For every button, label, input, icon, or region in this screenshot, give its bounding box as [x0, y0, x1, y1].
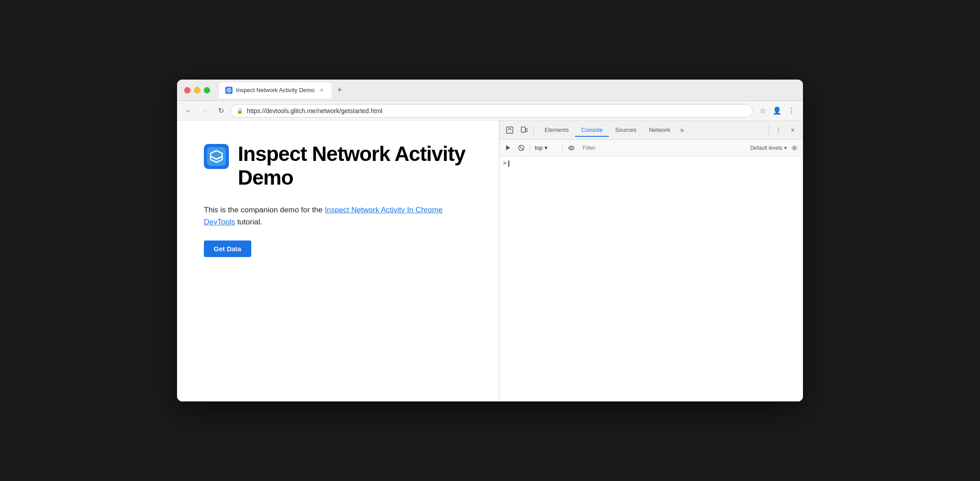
back-button[interactable]: ← [182, 105, 195, 117]
console-separator-1 [530, 144, 530, 152]
console-prompt[interactable]: > [503, 160, 799, 167]
devtools-tabs: Elements Console Sources Network » [536, 123, 766, 137]
tab-close-button[interactable]: × [318, 87, 325, 94]
svg-point-2 [228, 89, 230, 91]
console-clear-button[interactable] [515, 142, 527, 154]
svg-rect-3 [207, 147, 226, 166]
devtools-toolbar: Elements Console Sources Network » ⋮ [499, 121, 803, 139]
tab-bar: Inspect Network Activity Demo × + [219, 82, 796, 98]
tab-elements[interactable]: Elements [538, 124, 575, 137]
svg-marker-7 [506, 145, 510, 150]
console-toolbar: top ▾ Default levels ▾ [499, 139, 803, 156]
bookmark-button[interactable]: ☆ [756, 105, 769, 117]
svg-line-9 [520, 146, 524, 150]
page-header: Inspect Network Activity Demo [204, 142, 472, 190]
reload-button[interactable]: ↻ [215, 105, 227, 117]
menu-button[interactable]: ⋮ [785, 105, 798, 117]
tab-network[interactable]: Network [643, 124, 677, 137]
maximize-button[interactable] [204, 87, 210, 93]
context-selector[interactable]: top ▾ [533, 143, 560, 152]
close-button[interactable] [184, 87, 190, 93]
tab-sources[interactable]: Sources [609, 124, 643, 137]
console-separator-2 [562, 144, 563, 152]
svg-point-11 [570, 147, 572, 149]
console-cursor [508, 160, 509, 167]
svg-point-12 [794, 147, 796, 149]
lock-icon: 🔒 [237, 108, 243, 114]
page-content: Inspect Network Activity Demo This is th… [177, 121, 499, 401]
page-title: Inspect Network Activity Demo [238, 142, 465, 190]
tab-favicon [225, 87, 232, 94]
console-run-button[interactable] [502, 142, 514, 154]
devtools-actions: ⋮ × [767, 123, 799, 137]
browser-window: Inspect Network Activity Demo × + ← → ↻ … [177, 80, 803, 401]
nav-actions: ☆ 👤 ⋮ [756, 105, 798, 117]
title-bar: Inspect Network Activity Demo × + [177, 80, 803, 101]
tab-title: Inspect Network Activity Demo [236, 87, 315, 93]
toolbar-separator [533, 126, 534, 135]
traffic-lights [184, 87, 210, 93]
get-data-button[interactable]: Get Data [204, 240, 251, 257]
devtools-panel: Elements Console Sources Network » ⋮ [499, 121, 803, 401]
forward-button[interactable]: → [199, 105, 211, 117]
devtools-more-button[interactable]: ⋮ [772, 123, 785, 137]
svg-point-10 [569, 146, 574, 150]
nav-bar: ← → ↻ 🔒 https://devtools.glitch.me/netwo… [177, 101, 803, 121]
tab-console[interactable]: Console [575, 124, 609, 137]
svg-rect-5 [521, 127, 525, 132]
new-tab-button[interactable]: + [334, 84, 346, 97]
browser-content: Inspect Network Activity Demo This is th… [177, 121, 803, 401]
default-levels-dropdown[interactable]: Default levels ▾ [750, 145, 787, 151]
actions-separator [769, 126, 769, 135]
console-body: > [499, 156, 803, 401]
page-description: This is the companion demo for the Inspe… [204, 204, 454, 228]
console-filter-input[interactable] [579, 143, 748, 152]
active-tab[interactable]: Inspect Network Activity Demo × [219, 82, 332, 98]
account-button[interactable]: 👤 [771, 105, 783, 117]
console-chevron-icon: > [503, 160, 507, 167]
more-tabs-button[interactable]: » [676, 123, 688, 137]
svg-rect-6 [526, 129, 528, 131]
device-toggle-button[interactable] [517, 123, 531, 137]
inspect-element-button[interactable] [503, 123, 516, 137]
address-bar[interactable]: 🔒 https://devtools.glitch.me/network/get… [231, 104, 753, 118]
glitch-logo [204, 144, 229, 169]
minimize-button[interactable] [194, 87, 200, 93]
console-eye-button[interactable] [566, 142, 577, 154]
console-settings-button[interactable] [789, 142, 800, 154]
devtools-close-button[interactable]: × [786, 123, 799, 137]
url-text: https://devtools.glitch.me/network/getst… [247, 107, 382, 114]
